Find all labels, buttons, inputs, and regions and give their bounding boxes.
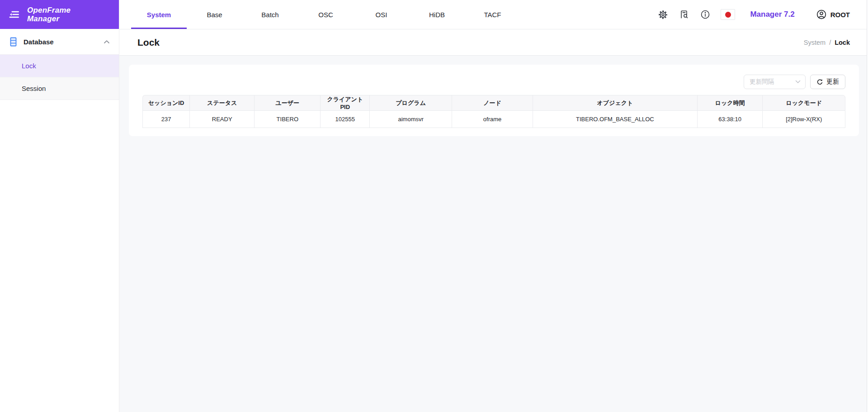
module-tabs: System Base Batch OSC OSI HiDB TACF <box>131 0 520 29</box>
sidebar-item-session[interactable]: Session <box>0 77 119 100</box>
sidebar-group-label: Database <box>24 38 98 46</box>
lock-table: セッションID ステータス ユーザー クライアントPID プログラム ノード オ… <box>142 95 845 128</box>
col-lock-time: ロック時間 <box>697 95 763 111</box>
refresh-button-label: 更新 <box>826 78 839 86</box>
tab-osi[interactable]: OSI <box>354 0 409 29</box>
page-title: Lock <box>137 37 160 48</box>
cell-session-id: 237 <box>142 111 189 128</box>
top-navigation: System Base Batch OSC OSI HiDB TACF <box>119 0 868 29</box>
cell-status: READY <box>189 111 254 128</box>
cell-node: oframe <box>452 111 533 128</box>
breadcrumb-system[interactable]: System <box>804 39 826 46</box>
tab-base[interactable]: Base <box>187 0 242 29</box>
sidebar-item-lock[interactable]: Lock <box>0 55 119 77</box>
table-controls: 更新間隔 <box>142 75 845 89</box>
col-program: プログラム <box>369 95 452 111</box>
refresh-interval-placeholder: 更新間隔 <box>750 78 795 86</box>
chevron-up-icon <box>104 40 110 44</box>
tab-batch[interactable]: Batch <box>242 0 298 29</box>
col-client-pid: クライアントPID <box>320 95 369 111</box>
main-area: System Base Batch OSC OSI HiDB TACF <box>119 0 868 412</box>
cell-program: aimomsvr <box>369 111 452 128</box>
logo-bar: OpenFrame Manager <box>0 0 119 29</box>
col-session-id: セッションID <box>142 95 189 111</box>
sidebar-item-session-label: Session <box>22 85 46 92</box>
refresh-interval-select[interactable]: 更新間隔 <box>744 75 806 89</box>
table-header-row: セッションID ステータス ユーザー クライアントPID プログラム ノード オ… <box>142 95 845 111</box>
tab-system[interactable]: System <box>131 0 187 29</box>
cell-object: TIBERO.OFM_BASE_ALLOC <box>533 111 697 128</box>
user-name: ROOT <box>830 11 850 19</box>
chevron-down-icon <box>795 80 801 84</box>
breadcrumb: System / Lock <box>804 39 850 46</box>
sidebar-collapse-icon[interactable] <box>7 8 21 21</box>
tab-tacf[interactable]: TACF <box>465 0 520 29</box>
user-icon <box>816 9 827 20</box>
content-area: 更新間隔 <box>119 56 868 412</box>
sidebar: OpenFrame Manager Database <box>0 0 119 412</box>
app-logo-line1: OpenFrame <box>27 6 71 14</box>
user-menu[interactable]: ROOT <box>816 9 850 20</box>
language-flag-japan-icon[interactable] <box>721 9 735 20</box>
info-icon[interactable] <box>699 9 711 20</box>
page-header: Lock System / Lock <box>119 29 868 56</box>
cell-lock-mode: [2]Row-X(RX) <box>762 111 845 128</box>
col-object: オブジェクト <box>533 95 697 111</box>
lock-table-card: 更新間隔 <box>129 65 859 136</box>
openframe-manager-app: OpenFrame Manager Database <box>0 0 868 412</box>
database-icon <box>9 37 18 47</box>
flag-red-dot <box>725 12 731 18</box>
breadcrumb-separator: / <box>829 39 831 46</box>
col-status: ステータス <box>189 95 254 111</box>
topnav-right: Manager 7.2 ROOT <box>657 0 868 29</box>
sidebar-group-database[interactable]: Database <box>0 29 119 55</box>
refresh-icon <box>816 79 823 85</box>
col-node: ノード <box>452 95 533 111</box>
tab-osc[interactable]: OSC <box>298 0 354 29</box>
cell-user: TIBERO <box>254 111 320 128</box>
col-user: ユーザー <box>254 95 320 111</box>
col-lock-mode: ロックモード <box>762 95 845 111</box>
cell-client-pid: 102555 <box>320 111 369 128</box>
tab-hidb[interactable]: HiDB <box>409 0 465 29</box>
app-logo-line2: Manager <box>27 14 71 23</box>
sidebar-item-lock-label: Lock <box>22 62 36 70</box>
app-logo[interactable]: OpenFrame Manager <box>27 6 71 23</box>
table-row[interactable]: 237 READY TIBERO 102555 aimomsvr oframe … <box>142 111 845 128</box>
settings-icon[interactable] <box>657 9 669 20</box>
refresh-button[interactable]: 更新 <box>810 75 845 89</box>
cell-lock-time: 63:38:10 <box>697 111 763 128</box>
breadcrumb-lock: Lock <box>835 39 850 46</box>
sidebar-menu: Database Lock Session <box>0 29 119 100</box>
version-label: Manager 7.2 <box>750 10 794 19</box>
log-search-icon[interactable] <box>678 9 690 20</box>
